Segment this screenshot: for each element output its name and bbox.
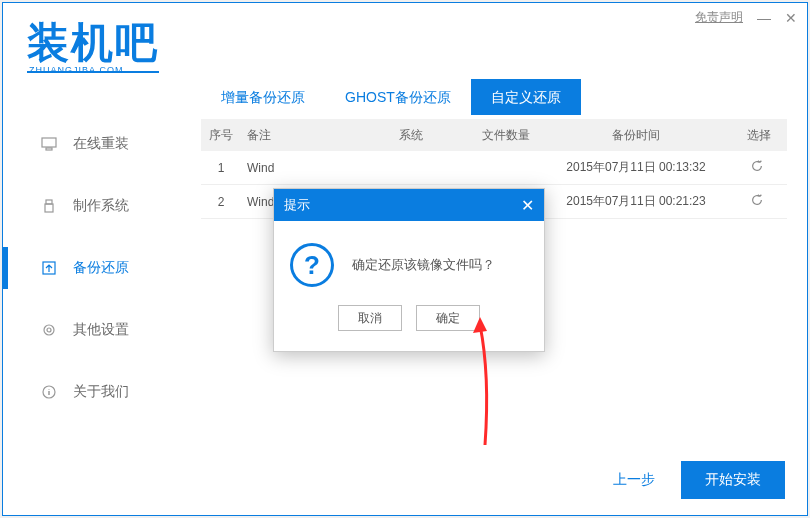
refresh-icon[interactable] [750,196,764,210]
th-note: 备注 [241,127,361,144]
svg-rect-1 [46,148,52,150]
svg-point-5 [44,325,54,335]
confirm-dialog: 提示 ✕ ? 确定还原该镜像文件吗？ 取消 确定 [273,188,545,352]
td-select [737,159,787,176]
td-time: 2015年07月11日 00:21:23 [551,193,721,210]
usb-icon [41,198,57,214]
logo-text: 装机吧 [27,15,159,71]
app-window: 装机吧 ZHUANGJIBA.COM 免责声明 — ✕ 在线重装 制作系统 备份… [2,2,808,516]
table-header: 序号 备注 系统 文件数量 备份时间 选择 [201,119,787,151]
svg-rect-0 [42,138,56,147]
header: 装机吧 ZHUANGJIBA.COM 免责声明 — ✕ [3,3,807,83]
dialog-header: 提示 ✕ [274,189,544,221]
td-time: 2015年07月11日 00:13:32 [551,159,721,176]
gear-icon [41,322,57,338]
sidebar-item-label: 其他设置 [73,321,129,339]
dialog-body: ? 确定还原该镜像文件吗？ [274,221,544,305]
logo-subtitle: ZHUANGJIBA.COM [29,65,124,75]
sidebar-item-backup-restore[interactable]: 备份还原 [3,237,181,299]
info-icon [41,384,57,400]
table-row[interactable]: 1 Wind 2015年07月11日 00:13:32 [201,151,787,185]
question-icon: ? [290,243,334,287]
td-select [737,193,787,210]
sidebar-item-make-system[interactable]: 制作系统 [3,175,181,237]
td-note: Wind [241,161,361,175]
close-icon[interactable]: ✕ [785,10,797,26]
close-icon[interactable]: ✕ [521,196,534,215]
sidebar: 在线重装 制作系统 备份还原 其他设置 关于我们 [3,83,181,511]
svg-point-6 [47,328,51,332]
monitor-icon [41,136,57,152]
th-files: 文件数量 [461,127,551,144]
tab-custom[interactable]: 自定义还原 [471,79,581,115]
backup-icon [41,260,57,276]
window-controls: 免责声明 — ✕ [695,9,797,26]
tabs: 增量备份还原 GHOST备份还原 自定义还原 [201,77,787,117]
td-seq: 2 [201,195,241,209]
svg-rect-3 [45,204,53,212]
td-seq: 1 [201,161,241,175]
logo: 装机吧 [27,15,159,71]
tab-incremental[interactable]: 增量备份还原 [201,79,325,115]
footer: 上一步 开始安装 [603,461,785,499]
sidebar-item-about[interactable]: 关于我们 [3,361,181,423]
sidebar-item-label: 制作系统 [73,197,129,215]
cancel-button[interactable]: 取消 [338,305,402,331]
sidebar-item-label: 备份还原 [73,259,129,277]
th-seq: 序号 [201,127,241,144]
tab-ghost[interactable]: GHOST备份还原 [325,79,471,115]
sidebar-item-online-reinstall[interactable]: 在线重装 [3,113,181,175]
th-system: 系统 [361,127,461,144]
svg-rect-2 [46,200,52,204]
install-button[interactable]: 开始安装 [681,461,785,499]
prev-button[interactable]: 上一步 [603,463,665,497]
sidebar-item-other-settings[interactable]: 其他设置 [3,299,181,361]
disclaimer-link[interactable]: 免责声明 [695,9,743,26]
th-time: 备份时间 [551,127,721,144]
ok-button[interactable]: 确定 [416,305,480,331]
dialog-message: 确定还原该镜像文件吗？ [352,256,495,274]
minimize-icon[interactable]: — [757,10,771,26]
sidebar-item-label: 在线重装 [73,135,129,153]
dialog-footer: 取消 确定 [274,305,544,351]
sidebar-item-label: 关于我们 [73,383,129,401]
refresh-icon[interactable] [750,162,764,176]
th-select: 选择 [737,127,787,144]
dialog-title: 提示 [284,196,310,214]
